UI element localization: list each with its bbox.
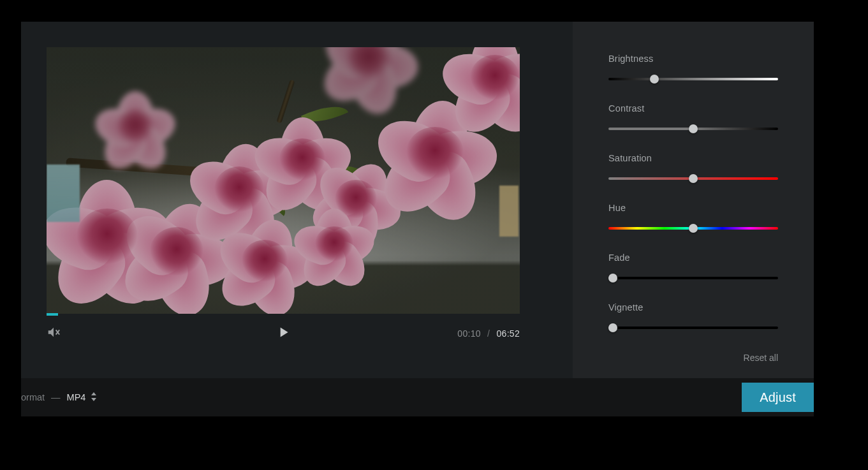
time-current: 00:10 bbox=[457, 328, 481, 339]
slider-group-contrast: Contrast bbox=[608, 103, 778, 130]
slider-thumb[interactable] bbox=[608, 274, 617, 283]
slider-label: Saturation bbox=[608, 153, 778, 163]
slider-track-saturation[interactable] bbox=[608, 177, 778, 180]
video-thumbnail-image bbox=[47, 47, 520, 314]
stepper-icon bbox=[91, 392, 97, 403]
format-value-text: MP4 bbox=[67, 392, 86, 402]
play-icon[interactable] bbox=[275, 324, 291, 343]
slider-thumb[interactable] bbox=[650, 75, 659, 84]
slider-label: Hue bbox=[608, 203, 778, 213]
slider-label: Fade bbox=[608, 253, 778, 263]
format-value[interactable]: MP4 bbox=[67, 392, 98, 403]
format-label-fragment: ormat bbox=[21, 392, 45, 402]
format-dash: — bbox=[51, 392, 61, 402]
mute-icon[interactable] bbox=[47, 325, 61, 342]
slider-track-vignette[interactable] bbox=[608, 327, 778, 329]
adjust-button-label: Adjust bbox=[760, 390, 796, 405]
slider-thumb[interactable] bbox=[689, 224, 698, 233]
editor-window: 00:10 / 06:52 BrightnessContrastSaturati… bbox=[21, 22, 814, 416]
time-separator: / bbox=[487, 328, 490, 339]
slider-group-fade: Fade bbox=[608, 253, 778, 279]
adjust-pane: BrightnessContrastSaturationHueFadeVigne… bbox=[573, 22, 814, 378]
slider-thumb[interactable] bbox=[689, 174, 698, 183]
slider-group-brightness: Brightness bbox=[608, 54, 778, 80]
slider-label: Brightness bbox=[608, 54, 778, 64]
adjust-button[interactable]: Adjust bbox=[742, 383, 814, 412]
slider-label: Contrast bbox=[608, 103, 778, 114]
video-preview[interactable] bbox=[47, 47, 520, 314]
slider-track-fade[interactable] bbox=[608, 277, 778, 279]
slider-group-hue: Hue bbox=[608, 203, 778, 230]
slider-thumb[interactable] bbox=[689, 124, 698, 133]
format-selector[interactable]: ormat — MP4 bbox=[21, 392, 97, 403]
slider-track-brightness[interactable] bbox=[608, 78, 778, 80]
slider-thumb[interactable] bbox=[608, 323, 617, 332]
video-pane: 00:10 / 06:52 bbox=[21, 22, 573, 378]
slider-track-contrast[interactable] bbox=[608, 128, 778, 130]
slider-label: Vignette bbox=[608, 302, 778, 312]
time-total: 06:52 bbox=[496, 328, 520, 339]
slider-group-saturation: Saturation bbox=[608, 153, 778, 180]
slider-track-hue[interactable] bbox=[608, 227, 778, 230]
reset-all-link[interactable]: Reset all bbox=[744, 353, 778, 363]
video-controls: 00:10 / 06:52 bbox=[47, 316, 520, 351]
bottom-bar: ormat — MP4 Adjust bbox=[21, 378, 814, 416]
slider-group-vignette: Vignette bbox=[608, 302, 778, 329]
main-row: 00:10 / 06:52 BrightnessContrastSaturati… bbox=[21, 22, 814, 378]
time-display: 00:10 / 06:52 bbox=[457, 328, 520, 339]
